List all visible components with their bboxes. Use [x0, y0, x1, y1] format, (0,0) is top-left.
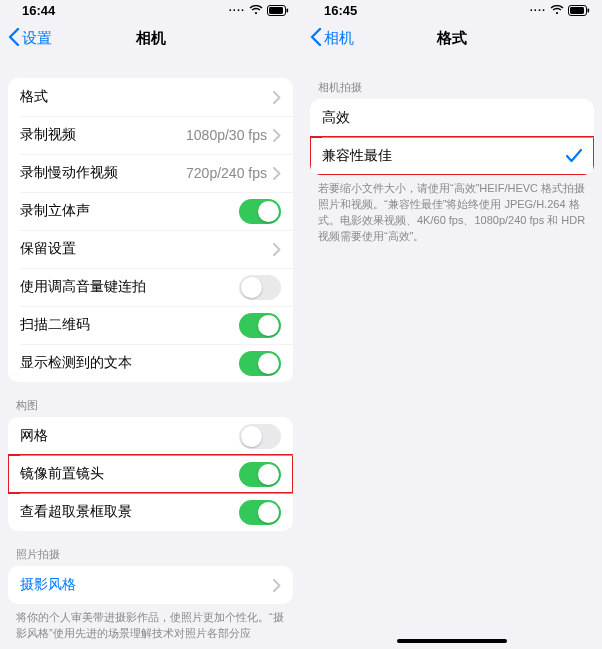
- row-label: 摄影风格: [20, 576, 76, 594]
- back-button[interactable]: 相机: [310, 28, 354, 49]
- row-label: 镜像前置镜头: [20, 465, 104, 483]
- settings-row[interactable]: 使用调高音量键连拍: [8, 268, 293, 306]
- status-right: ····: [229, 4, 289, 16]
- settings-row[interactable]: 录制视频1080p/30 fps: [8, 116, 293, 154]
- settings-group-2: 网格镜像前置镜头查看超取景框取景: [8, 417, 293, 531]
- row-label: 网格: [20, 427, 48, 445]
- settings-row[interactable]: 录制慢动作视频720p/240 fps: [8, 154, 293, 192]
- chevron-left-icon: [310, 28, 322, 49]
- settings-group-1: 格式录制视频1080p/30 fps录制慢动作视频720p/240 fps录制立…: [8, 78, 293, 382]
- row-label: 录制立体声: [20, 202, 90, 220]
- phone-camera-settings: 16:44 ···· 设置 相机 格式录制视频1080p/30 fps录制慢动作…: [0, 0, 301, 649]
- row-label: 扫描二维码: [20, 316, 90, 334]
- phone-format-settings: 16:45 ···· 相机 格式 相机拍摄 高效兼容性最佳 若要缩小: [301, 0, 602, 649]
- chevron-right-icon: [273, 91, 281, 104]
- toggle-switch[interactable]: [239, 500, 281, 525]
- row-label: 显示检测到的文本: [20, 354, 132, 372]
- row-label: 查看超取景框取景: [20, 503, 132, 521]
- nav-bar: 设置 相机: [0, 18, 301, 58]
- format-group: 高效兼容性最佳: [310, 99, 594, 175]
- wifi-icon: [249, 5, 263, 15]
- back-button[interactable]: 设置: [8, 28, 52, 49]
- settings-row[interactable]: 查看超取景框取景: [8, 493, 293, 531]
- checkmark-icon: [566, 149, 582, 163]
- group-footer-capture: 若要缩小文件大小，请使用“高效”HEIF/HEVC 格式拍摄照片和视频。“兼容性…: [302, 175, 602, 245]
- status-right: ····: [530, 4, 590, 16]
- settings-row[interactable]: 显示检测到的文本: [8, 344, 293, 382]
- row-detail: 1080p/30 fps: [186, 127, 267, 143]
- toggle-switch[interactable]: [239, 424, 281, 449]
- chevron-left-icon: [8, 28, 20, 49]
- row-detail: 720p/240 fps: [186, 165, 267, 181]
- status-time: 16:45: [324, 3, 357, 18]
- wifi-icon: [550, 5, 564, 15]
- settings-group-3: 摄影风格: [8, 566, 293, 604]
- signal-icon: ····: [229, 4, 245, 16]
- settings-row[interactable]: 扫描二维码: [8, 306, 293, 344]
- home-indicator: [397, 639, 507, 643]
- chevron-right-icon: [273, 129, 281, 142]
- row-label: 录制视频: [20, 126, 76, 144]
- svg-rect-2: [287, 8, 289, 12]
- chevron-right-icon: [273, 167, 281, 180]
- status-bar: 16:45 ····: [302, 0, 602, 18]
- option-row[interactable]: 兼容性最佳: [310, 137, 594, 175]
- settings-row[interactable]: 录制立体声: [8, 192, 293, 230]
- svg-rect-4: [570, 7, 584, 14]
- group-footer-photo: 将你的个人审美带进摄影作品，使照片更加个性化。“摄影风格”使用先进的场景理解技术…: [0, 604, 301, 642]
- settings-row[interactable]: 保留设置: [8, 230, 293, 268]
- row-label: 录制慢动作视频: [20, 164, 118, 182]
- settings-row[interactable]: 网格: [8, 417, 293, 455]
- row-label: 使用调高音量键连拍: [20, 278, 146, 296]
- signal-icon: ····: [530, 4, 546, 16]
- back-label: 相机: [324, 29, 354, 48]
- svg-rect-1: [269, 7, 283, 14]
- option-row[interactable]: 高效: [310, 99, 594, 137]
- settings-row[interactable]: 摄影风格: [8, 566, 293, 604]
- settings-row[interactable]: 镜像前置镜头: [8, 455, 293, 493]
- battery-icon: [568, 5, 590, 16]
- chevron-right-icon: [273, 579, 281, 592]
- row-label: 高效: [322, 109, 350, 127]
- back-label: 设置: [22, 29, 52, 48]
- row-label: 保留设置: [20, 240, 76, 258]
- status-time: 16:44: [22, 3, 55, 18]
- svg-rect-5: [588, 8, 590, 12]
- status-bar: 16:44 ····: [0, 0, 301, 18]
- toggle-switch[interactable]: [239, 275, 281, 300]
- group-header-composition: 构图: [0, 382, 301, 417]
- toggle-switch[interactable]: [239, 462, 281, 487]
- toggle-switch[interactable]: [239, 199, 281, 224]
- group-header-photo: 照片拍摄: [0, 531, 301, 566]
- row-label: 兼容性最佳: [322, 147, 392, 165]
- settings-row[interactable]: 格式: [8, 78, 293, 116]
- chevron-right-icon: [273, 243, 281, 256]
- battery-icon: [267, 5, 289, 16]
- row-label: 格式: [20, 88, 48, 106]
- nav-bar: 相机 格式: [302, 18, 602, 58]
- toggle-switch[interactable]: [239, 313, 281, 338]
- toggle-switch[interactable]: [239, 351, 281, 376]
- group-header-capture: 相机拍摄: [302, 58, 602, 99]
